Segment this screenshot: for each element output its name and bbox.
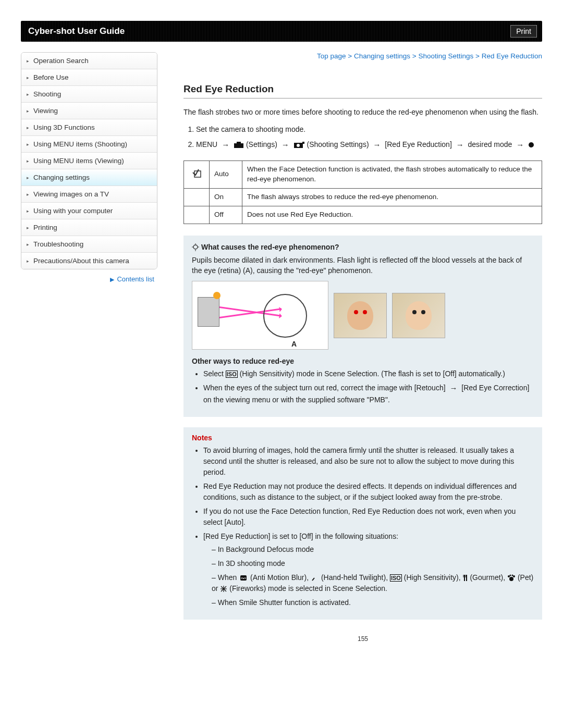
arrow-right-icon: ▶ [110,276,114,282]
sidebar-item[interactable]: ▸Operation Search [21,53,157,69]
sidebar-item-label: Viewing images on a TV [33,190,109,198]
fireworks-icon [220,585,227,593]
sidebar-item[interactable]: ▸Using MENU items (Viewing) [21,153,157,169]
contents-list-link-row: ▶Contents list [21,269,157,283]
page-title: Red Eye Reduction [183,83,542,98]
info-box: What causes the red-eye phenomenon? Pupi… [183,236,542,417]
sidebar-item[interactable]: ▸Changing settings [21,169,157,186]
contents-list-link[interactable]: Contents list [117,275,154,283]
info-body: Pupils become dilated in dark environmen… [192,255,534,276]
chevron-right-icon: ▸ [27,225,29,230]
svg-point-20 [513,575,515,577]
list-item: If you do not use the Face Detection fun… [203,506,534,528]
main-content: Top page > Changing settings > Shooting … [157,52,542,643]
other-ways-heading: Other ways to reduce red-eye [192,357,534,365]
svg-rect-1 [237,142,241,144]
arrow-right-icon: → [222,139,229,151]
hand-held-twilight-icon [311,574,319,582]
anti-motion-blur-icon: «•» [239,574,248,582]
sidebar-item[interactable]: ▸Using 3D Functions [21,119,157,136]
arrow-right-icon: → [516,139,524,151]
arrow-right-icon: → [456,139,464,151]
info-heading: What causes the red-eye phenomenon? [192,243,534,252]
intro-text: The flash strobes two or more times befo… [183,107,542,117]
chevron-right-icon: ▸ [27,58,29,64]
option-desc: The flash always strobes to reduce the r… [242,188,542,206]
notes-title: Notes [192,434,534,442]
diagram-photo-redeye [334,293,387,338]
notes-box: Notes To avoid blurring of images, hold … [183,427,542,620]
list-item: To avoid blurring of images, hold the ca… [203,445,534,478]
sidebar-item-label: Using MENU items (Shooting) [33,140,127,148]
sidebar-item[interactable]: ▸Using with your computer [21,203,157,219]
sidebar-item-label: Shooting [33,90,61,98]
check-icon [184,161,210,188]
arrow-right-icon: → [449,382,457,394]
svg-text:«•»: «•» [241,576,246,580]
chevron-right-icon: ▸ [27,208,29,214]
arrow-right-icon: → [282,139,289,151]
chevron-right-icon: ▸ [27,125,29,130]
sidebar-item[interactable]: ▸Before Use [21,69,157,86]
options-table: Auto When the Face Detection function is… [183,161,542,224]
nav-list: ▸Operation Search▸Before Use▸Shooting▸Vi… [21,52,157,269]
sidebar-item-label: Viewing [33,107,58,115]
sidebar: ▸Operation Search▸Before Use▸Shooting▸Vi… [21,52,157,643]
toolbox-icon [234,141,244,149]
chevron-right-icon: ▸ [27,142,29,147]
svg-point-7 [193,245,198,249]
list-item: In 3D shooting mode [212,558,534,569]
list-item: Select ISO (High Sensitivity) mode in Sc… [203,368,534,379]
diagram-photo-child [392,293,445,338]
sidebar-item-label: Changing settings [33,174,90,181]
sidebar-item[interactable]: ▸Printing [21,219,157,236]
sidebar-item-label: Before Use [33,73,69,81]
option-name: Off [210,206,242,224]
svg-rect-0 [234,143,243,148]
sidebar-item-label: Troubleshooting [33,240,83,248]
chevron-right-icon: ▸ [27,158,29,164]
svg-point-3 [297,144,300,147]
breadcrumb[interactable]: Top page > Changing settings > Shooting … [183,52,542,60]
iso-icon: ISO [226,371,238,378]
chevron-right-icon: ▸ [27,75,29,80]
chevron-right-icon: ▸ [27,175,29,180]
arrow-right-icon: → [373,139,381,151]
list-item: When the eyes of the subject turn out re… [203,382,534,405]
iso-icon: ISO [390,574,402,582]
other-ways-list: Select ISO (High Sensitivity) mode in Sc… [192,368,534,405]
sidebar-item-label: Using 3D Functions [33,124,95,131]
print-button[interactable]: Print [510,25,537,38]
list-item: When Smile Shutter function is activated… [212,597,534,608]
option-name: Auto [210,161,242,188]
sidebar-item[interactable]: ▸Shooting [21,86,157,103]
list-item: Red Eye Reduction may not produce the de… [203,481,534,503]
chevron-right-icon: ▸ [27,258,29,264]
sidebar-item[interactable]: ▸Using MENU items (Shooting) [21,136,157,153]
sidebar-item-label: Using with your computer [33,207,113,215]
sidebar-item-label: Operation Search [33,57,89,65]
list-item: When «•» (Anti Motion Blur), (Hand-held … [212,572,534,594]
option-name: On [210,188,242,206]
diagram-camera-eye: A [192,281,328,350]
steps-list: Set the camera to shooting mode. MENU → … [183,124,542,151]
sidebar-item[interactable]: ▸Precautions/About this camera [21,253,157,269]
sidebar-item[interactable]: ▸Viewing images on a TV [21,186,157,203]
sidebar-item[interactable]: ▸Viewing [21,103,157,119]
sidebar-item[interactable]: ▸Troubleshooting [21,236,157,253]
svg-point-22 [512,575,513,576]
option-desc: Does not use Red Eye Reduction. [242,206,542,224]
sidebar-item-label: Printing [33,224,57,231]
chevron-right-icon: ▸ [27,242,29,247]
chevron-right-icon: ▸ [27,192,29,197]
center-dot-icon [528,142,534,148]
step-1: Set the camera to shooting mode. [196,124,542,135]
app-title: Cyber-shot User Guide [28,26,125,36]
camera-settings-icon [293,141,305,149]
sidebar-item-label: Precautions/About this camera [33,257,129,265]
svg-point-18 [509,577,513,581]
page-number: 155 [183,635,542,643]
list-item: In Background Defocus mode [212,544,534,555]
svg-rect-4 [302,142,304,144]
option-desc: When the Face Detection function is acti… [242,161,542,188]
